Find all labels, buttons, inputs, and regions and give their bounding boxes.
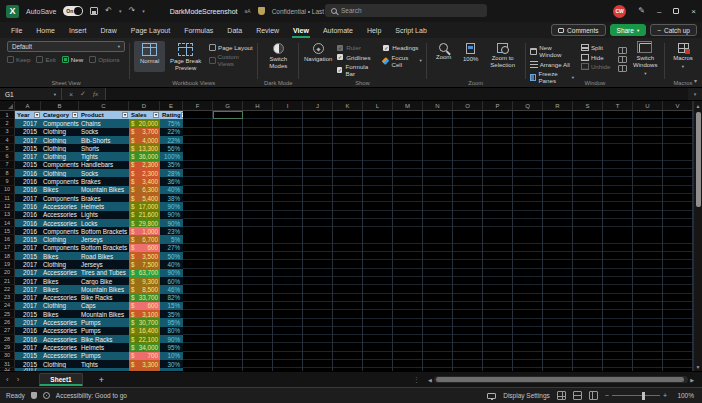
column-header-P[interactable]: P — [483, 101, 513, 110]
row-header-29[interactable]: 29 — [0, 343, 15, 351]
zoom-in-icon[interactable]: + — [663, 392, 667, 399]
horizontal-scroll-thumb[interactable] — [436, 377, 684, 382]
exit-button[interactable]: Exit — [36, 56, 55, 63]
switch-modes-button[interactable]: Switch Modes — [262, 41, 294, 70]
autosave-toggle[interactable]: On — [63, 6, 83, 16]
cell-category[interactable]: Clothing — [41, 152, 79, 160]
cell-year[interactable]: 2015 — [15, 360, 41, 368]
headings-checkbox[interactable]: ✓Headings — [383, 44, 422, 51]
row-header-27[interactable]: 27 — [0, 327, 15, 335]
cell-sales[interactable]: $600 — [129, 302, 160, 310]
cell-product[interactable]: Brakes — [79, 194, 129, 202]
document-title[interactable]: DarkModeScreenshot — [170, 8, 238, 15]
cell-product[interactable]: Helmets — [79, 202, 129, 210]
cell-rating[interactable] — [160, 368, 183, 371]
cell-rating[interactable]: 60% — [160, 277, 183, 285]
menu-tab-home[interactable]: Home — [29, 22, 62, 38]
formula-input[interactable] — [106, 88, 688, 100]
cell-sales[interactable]: $2,300 — [129, 169, 160, 177]
table-header-product[interactable]: Product▾ — [79, 111, 129, 119]
cell-sales[interactable]: $7,500 — [129, 260, 160, 268]
cell-sales[interactable]: $600 — [129, 244, 160, 252]
cell-year[interactable]: 2016 — [15, 219, 41, 227]
cell-category[interactable]: Bikes — [41, 252, 79, 260]
table-header-year[interactable]: Year▾ — [15, 111, 41, 119]
cell-category[interactable]: Accessories — [41, 211, 79, 219]
row-header-23[interactable]: 23 — [0, 294, 15, 302]
synchronous-scrolling-button[interactable] — [618, 56, 627, 63]
table-header-category[interactable]: Category▾ — [41, 111, 79, 119]
minimize-button[interactable]: – — [657, 7, 661, 16]
cell-rating[interactable]: 95% — [160, 343, 183, 351]
column-header-S[interactable]: S — [573, 101, 603, 110]
cell-category[interactable]: Accessories — [41, 269, 79, 277]
cancel-icon[interactable]: × — [69, 91, 73, 98]
cell-rating[interactable]: 23% — [160, 227, 183, 235]
cell-category[interactable]: Clothing — [41, 260, 79, 268]
column-header-R[interactable]: R — [543, 101, 573, 110]
vertical-scroll-thumb[interactable] — [696, 112, 701, 207]
cell-category[interactable]: Clothing — [41, 144, 79, 152]
page-break-view-shortcut[interactable] — [589, 391, 598, 400]
cell-sales[interactable]: $5,400 — [129, 194, 160, 202]
cell-rating[interactable]: 22% — [160, 128, 183, 136]
cell-category[interactable]: Accessories — [41, 202, 79, 210]
row-header-6[interactable]: 6 — [0, 152, 15, 160]
zoom-100-button[interactable]: 100% — [459, 41, 483, 69]
cell-category[interactable]: Bikes — [41, 186, 79, 194]
cell-category[interactable]: Clothing — [41, 302, 79, 310]
redo-icon[interactable]: ↷ — [129, 7, 136, 15]
row-header-21[interactable]: 21 — [0, 277, 15, 285]
cell-rating[interactable]: 90% — [160, 335, 183, 343]
filter-dropdown-icon[interactable]: ▾ — [34, 112, 40, 118]
menu-tab-insert[interactable]: Insert — [62, 22, 94, 38]
next-sheet-icon[interactable]: › — [17, 375, 20, 384]
cell-rating[interactable]: 5% — [160, 235, 183, 243]
cell-sales[interactable]: $3,100 — [129, 310, 160, 318]
cell-sales[interactable]: $29,800 — [129, 219, 160, 227]
column-header-V[interactable]: V — [663, 101, 693, 110]
cell-category[interactable] — [41, 368, 79, 371]
row-header-13[interactable]: 13 — [0, 211, 15, 219]
cell-sales[interactable]: $6,700 — [129, 235, 160, 243]
zoom-level[interactable]: 100% — [674, 392, 696, 399]
cell-product[interactable]: Brakes — [79, 177, 129, 185]
macros-button[interactable]: Macros▾ — [669, 41, 697, 69]
cell-year[interactable]: 2016 — [15, 327, 41, 335]
row-header-26[interactable]: 26 — [0, 318, 15, 326]
cell-product[interactable]: Bib-Shorts — [79, 136, 129, 144]
cell-product[interactable]: Tires and Tubes — [79, 269, 129, 277]
horizontal-scrollbar[interactable]: ◀ ▶ — [428, 376, 694, 383]
cell-product[interactable]: Shorts — [79, 144, 129, 152]
cell-category[interactable]: Accessories — [41, 327, 79, 335]
cell-rating[interactable]: 90% — [160, 219, 183, 227]
zoom-slider-thumb[interactable] — [642, 392, 645, 400]
cell-sales[interactable]: $20,000 — [129, 119, 160, 127]
share-button[interactable]: Share▾ — [610, 24, 647, 36]
cell-year[interactable]: 2017 — [15, 260, 41, 268]
comments-button[interactable]: Comments — [551, 24, 605, 36]
new-sheet-view-button[interactable]: New — [62, 56, 83, 63]
cell-product[interactable]: Bottom Brackets — [79, 244, 129, 252]
row-header-18[interactable]: 18 — [0, 252, 15, 260]
cell-sales[interactable]: $22,100 — [129, 335, 160, 343]
cell-rating[interactable]: 90% — [160, 202, 183, 210]
row-header-20[interactable]: 20 — [0, 269, 15, 277]
zoom-slider[interactable]: − + — [605, 392, 667, 399]
row-header-2[interactable]: 2 — [0, 119, 15, 127]
enter-icon[interactable]: ✓ — [80, 90, 86, 98]
split-button[interactable]: Split — [581, 44, 611, 51]
cell-sales[interactable] — [129, 368, 160, 371]
cell-rating[interactable]: 38% — [160, 194, 183, 202]
row-header-10[interactable]: 10 — [0, 186, 15, 194]
row-header-22[interactable]: 22 — [0, 285, 15, 293]
column-header-K[interactable]: K — [333, 101, 363, 110]
cell-product[interactable]: Locks — [79, 219, 129, 227]
cell-category[interactable]: Components — [41, 177, 79, 185]
menu-tab-data[interactable]: Data — [220, 22, 249, 38]
cell-product[interactable]: Bike Racks — [79, 294, 129, 302]
cell-category[interactable]: Accessories — [41, 318, 79, 326]
cell-year[interactable]: 2017 — [15, 269, 41, 277]
menu-tab-script-lab[interactable]: Script Lab — [388, 22, 434, 38]
cell-year[interactable]: 2017 — [15, 368, 41, 371]
